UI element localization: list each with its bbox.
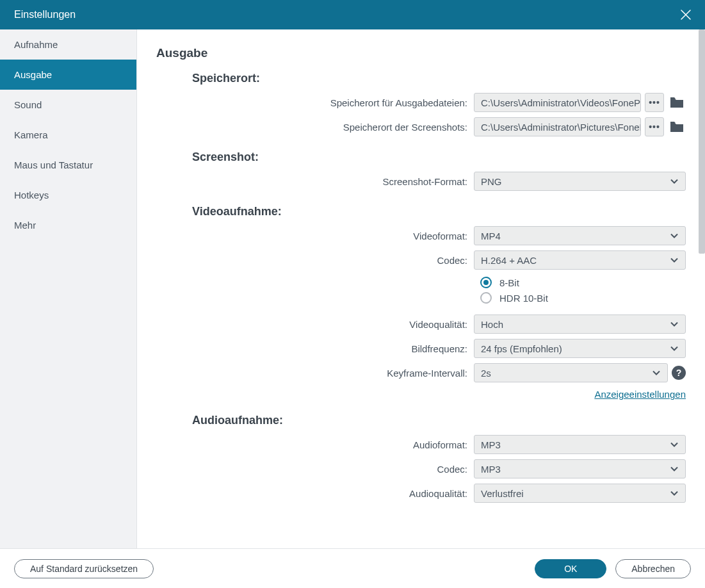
audio-format-select[interactable]: MP3 [474,435,686,454]
sidebar-item-aufnahme[interactable]: Aufnahme [0,29,136,60]
section-speicherort-title: Speicherort: [192,72,686,85]
screenshot-path-browse-button[interactable]: ••• [645,117,664,136]
screenshot-path-open-folder-button[interactable] [668,118,686,136]
row-video-codec: Codec: H.264 + AAC [156,250,686,270]
chevron-down-icon [670,439,679,450]
ellipsis-icon: ••• [649,122,660,132]
video-fps-select[interactable]: 24 fps (Empfohlen) [474,339,686,358]
ellipsis-icon: ••• [649,97,660,108]
scrollbar-track[interactable] [699,29,705,548]
sidebar-item-sound[interactable]: Sound [0,90,136,120]
label-screenshot-path: Speicherort der Screenshots: [156,122,474,133]
audio-quality-select[interactable]: Verlustfrei [474,484,686,503]
row-audio-format: Audioformat: MP3 [156,435,686,454]
ok-button[interactable]: OK [535,559,606,578]
close-button[interactable] [678,7,693,22]
output-path-field[interactable]: C:\Users\Administrator\Videos\FonePaw\Fo… [474,93,641,112]
chevron-down-icon [670,488,679,499]
row-video-format: Videoformat: MP4 [156,226,686,245]
sidebar-item-label: Sound [14,99,42,110]
sidebar-item-mehr[interactable]: Mehr [0,210,136,240]
cancel-button[interactable]: Abbrechen [615,559,691,578]
video-bit-depth-group: 8-Bit HDR 10-Bit [480,275,686,306]
chevron-down-icon [670,343,679,354]
label-audio-format: Audioformat: [156,439,474,450]
sidebar-item-label: Hotkeys [14,190,49,200]
audio-codec-select[interactable]: MP3 [474,459,686,478]
screenshot-format-select[interactable]: PNG [474,172,686,191]
chevron-down-icon [670,176,679,187]
row-screenshot-format: Screenshot-Format: PNG [156,172,686,191]
sidebar-item-label: Mehr [14,220,36,231]
video-format-select[interactable]: MP4 [474,226,686,245]
scrollbar-thumb[interactable] [699,29,705,254]
output-path-open-folder-button[interactable] [668,94,686,111]
section-screenshot-title: Screenshot: [192,151,686,164]
sidebar-item-kamera[interactable]: Kamera [0,120,136,150]
label-audio-quality: Audioqualität: [156,488,474,499]
video-quality-select[interactable]: Hoch [474,314,686,334]
row-output-path: Speicherort für Ausgabedateien: C:\Users… [156,93,686,112]
output-path-browse-button[interactable]: ••• [645,93,664,112]
sidebar: Aufnahme Ausgabe Sound Kamera Maus und T… [0,29,137,548]
row-screenshot-path: Speicherort der Screenshots: C:\Users\Ad… [156,117,686,136]
screenshot-path-field[interactable]: C:\Users\Administrator\Pictures\FonePaw\… [474,117,641,136]
chevron-down-icon [670,255,679,266]
video-keyframe-select[interactable]: 2s [474,363,668,382]
sidebar-item-label: Ausgabe [14,69,52,80]
sidebar-item-label: Maus und Tastatur [14,159,93,170]
help-button[interactable]: ? [672,366,686,380]
label-screenshot-format: Screenshot-Format: [156,176,474,187]
window-title: Einstellungen [14,9,678,20]
row-video-quality: Videoqualität: Hoch [156,314,686,334]
radio-button-icon [480,292,492,304]
label-video-format: Videoformat: [156,231,474,241]
sidebar-item-label: Kamera [14,129,48,140]
label-output-path: Speicherort für Ausgabedateien: [156,97,474,108]
row-audio-quality: Audioqualität: Verlustfrei [156,484,686,503]
page-title: Ausgabe [156,46,686,60]
sidebar-item-maus-tastatur[interactable]: Maus und Tastatur [0,150,136,180]
chevron-down-icon [652,368,661,379]
content-pane: Ausgabe Speicherort: Speicherort für Aus… [137,29,705,548]
label-audio-codec: Codec: [156,464,474,475]
label-video-keyframe: Keyframe-Intervall: [156,368,474,379]
video-codec-select[interactable]: H.264 + AAC [474,250,686,270]
radio-button-icon [480,277,492,288]
row-video-fps: Bildfrequenz: 24 fps (Empfohlen) [156,339,686,358]
chevron-down-icon [670,231,679,241]
chevron-down-icon [670,319,679,330]
footer: Auf Standard zurücksetzen OK Abbrechen [0,548,705,588]
label-video-quality: Videoqualität: [156,319,474,330]
row-display-settings-link: Anzeigeeinstellungen [156,389,686,400]
label-video-codec: Codec: [156,255,474,266]
display-settings-link[interactable]: Anzeigeeinstellungen [594,389,686,400]
titlebar: Einstellungen [0,0,705,29]
reset-defaults-button[interactable]: Auf Standard zurücksetzen [14,559,154,578]
label-video-fps: Bildfrequenz: [156,343,474,354]
radio-8-bit[interactable]: 8-Bit [480,275,686,290]
radio-hdr-10-bit[interactable]: HDR 10-Bit [480,290,686,306]
radio-label: HDR 10-Bit [499,293,548,304]
radio-label: 8-Bit [499,277,519,288]
section-video-title: Videoaufnahme: [192,205,686,218]
section-audio-title: Audioaufnahme: [192,414,686,427]
sidebar-item-ausgabe[interactable]: Ausgabe [0,60,136,90]
sidebar-item-label: Aufnahme [14,39,58,50]
chevron-down-icon [670,464,679,475]
row-video-keyframe: Keyframe-Intervall: 2s ? [156,363,686,382]
sidebar-item-hotkeys[interactable]: Hotkeys [0,180,136,210]
row-audio-codec: Codec: MP3 [156,459,686,478]
